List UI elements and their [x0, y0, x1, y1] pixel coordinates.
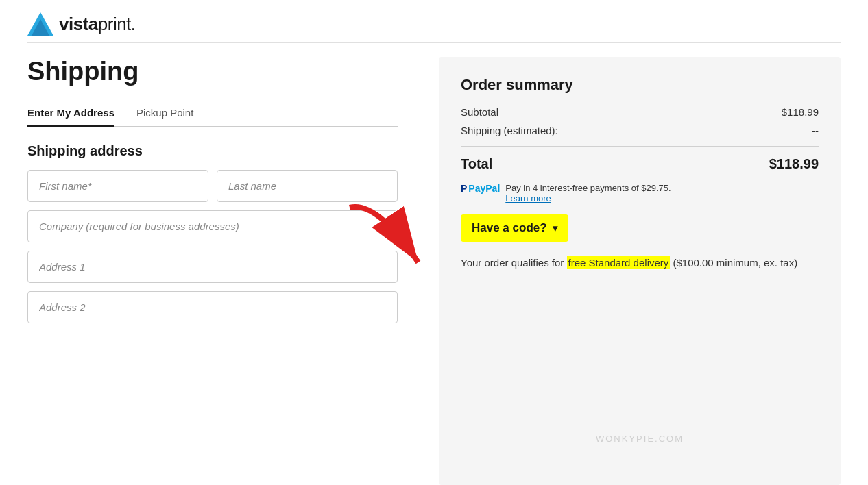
name-row	[27, 170, 398, 202]
shipping-line: Shipping (estimated): --	[461, 125, 819, 136]
shipping-address-title: Shipping address	[27, 143, 398, 159]
have-a-code-button[interactable]: Have a code? ▾	[461, 214, 568, 242]
logo: vistaprint.	[27, 12, 841, 36]
tab-pickup-point[interactable]: Pickup Point	[136, 100, 193, 127]
subtotal-value: $118.99	[782, 106, 819, 118]
company-row	[27, 210, 398, 242]
paypal-learn-more-link[interactable]: Learn more	[505, 193, 551, 203]
address1-row	[27, 251, 398, 283]
main-content: Shipping Enter My Address Pickup Point S…	[27, 43, 841, 485]
summary-divider	[461, 146, 819, 147]
address1-input[interactable]	[27, 251, 398, 283]
logo-icon	[27, 12, 53, 36]
total-label: Total	[461, 156, 492, 172]
order-summary-title: Order summary	[461, 76, 819, 94]
address2-input[interactable]	[27, 291, 398, 323]
watermark: WONKYPIE.COM	[596, 434, 684, 444]
last-name-input[interactable]	[217, 170, 398, 202]
paypal-logo: PPayPal	[461, 183, 500, 194]
subtotal-line: Subtotal $118.99	[461, 106, 819, 118]
total-line: Total $118.99	[461, 156, 819, 172]
total-value: $118.99	[769, 156, 819, 172]
paypal-section: PPayPal Pay in 4 interest-free payments …	[461, 183, 819, 203]
chevron-down-icon: ▾	[553, 223, 557, 234]
right-column: Order summary Subtotal $118.99 Shipping …	[439, 57, 841, 485]
shipping-label: Shipping (estimated):	[461, 125, 558, 136]
free-delivery-text: Your order qualifies for free Standard d…	[461, 256, 819, 271]
left-column: Shipping Enter My Address Pickup Point S…	[27, 57, 439, 485]
header: vistaprint.	[27, 0, 841, 43]
logo-text: vistaprint.	[59, 14, 136, 35]
free-delivery-highlight: free Standard delivery	[567, 256, 671, 269]
tab-enter-address[interactable]: Enter My Address	[27, 100, 114, 127]
first-name-input[interactable]	[27, 170, 208, 202]
address2-row	[27, 291, 398, 323]
shipping-value: --	[812, 125, 819, 136]
paypal-text: Pay in 4 interest-free payments of $29.7…	[505, 183, 819, 203]
paypal-p1: P	[461, 183, 467, 194]
subtotal-label: Subtotal	[461, 106, 498, 118]
tabs: Enter My Address Pickup Point	[27, 100, 398, 127]
paypal-p2: PayPal	[468, 183, 500, 194]
company-input[interactable]	[27, 210, 398, 242]
have-a-code-label: Have a code?	[472, 221, 547, 235]
shipping-address-section: Shipping address	[27, 143, 398, 323]
page-title: Shipping	[27, 57, 398, 86]
